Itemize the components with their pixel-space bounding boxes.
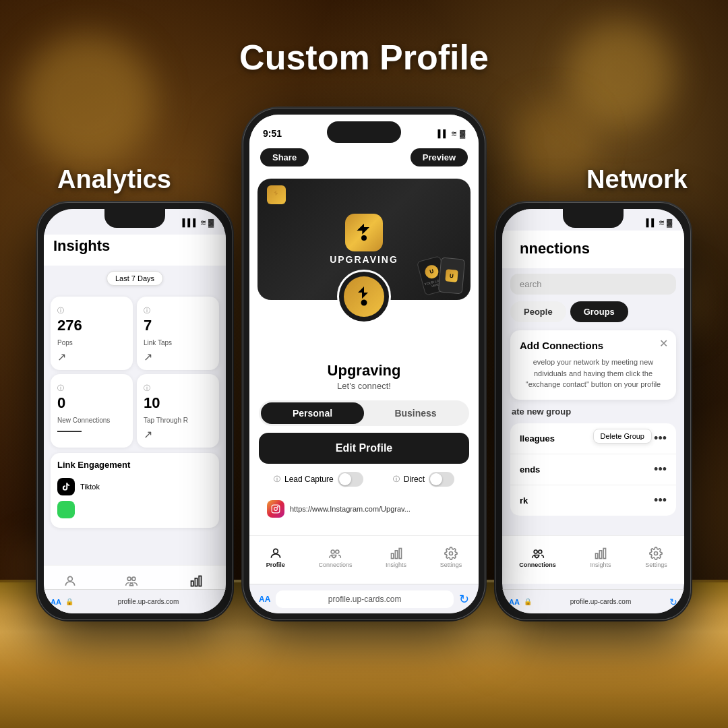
svg-rect-14	[391, 553, 393, 559]
right-safari-aa[interactable]: AA	[509, 598, 520, 606]
right-nav-insights[interactable]: Insights	[590, 547, 611, 568]
network-title: nnections	[510, 235, 676, 263]
colleagues-group-item: lleagues Delete Group •••	[510, 423, 676, 454]
personal-business-tabs: Personal Business	[259, 400, 469, 426]
signal-icon: ▌▌▌	[183, 218, 198, 226]
connections-title-text: nnections	[520, 240, 590, 257]
new-conn-label: New Connections	[57, 417, 110, 424]
center-toolbar: Share Preview	[249, 143, 479, 172]
add-connections-body: evelop your network by meeting new ndivi…	[520, 357, 667, 390]
search-bar[interactable]: earch	[510, 274, 676, 295]
share-button[interactable]: Share	[260, 148, 309, 166]
center-nav-insights[interactable]: Insights	[386, 547, 406, 568]
add-connections-title: Add Connections	[520, 340, 667, 351]
svg-rect-15	[395, 550, 397, 558]
colleagues-actions: Delete Group •••	[654, 431, 667, 446]
center-nav-connections[interactable]: Connections	[318, 547, 352, 568]
left-status-icons: ▌▌▌ ≋ ▓	[183, 218, 214, 227]
friends-dots-icon[interactable]: •••	[654, 462, 667, 477]
right-settings-label: Settings	[645, 562, 667, 568]
link-taps-chart: ↗	[144, 351, 212, 363]
center-wifi: ≋	[451, 129, 457, 138]
profile-card-container: UPGRAVING U YOUR LOGO HERE	[249, 179, 479, 300]
center-safari-bar: AA profile.up-cards.com ↻	[249, 584, 479, 613]
center-top-area: 9:51 ▌▌ ≋ ▓	[249, 115, 479, 143]
center-time: 9:51	[263, 128, 282, 139]
instagram-icon	[267, 500, 284, 518]
network-body: earch People Groups ✕ Add Connections ev…	[502, 268, 684, 521]
work-dots-icon[interactable]: •••	[654, 493, 667, 508]
nfc-icon: U	[423, 263, 439, 279]
analytics-label: Analytics	[57, 165, 171, 194]
center-profile-icon	[269, 547, 282, 560]
brand-name: UPGRAVING	[330, 254, 398, 265]
new-conn-card: ⓘ 0 New Connections	[51, 374, 133, 448]
tap-through-chart: ↗	[144, 428, 212, 441]
business-tab[interactable]: Business	[364, 402, 467, 424]
right-insights-label: Insights	[590, 562, 611, 568]
work-group-item: rk •••	[510, 485, 676, 516]
lead-capture-toggle[interactable]	[338, 472, 363, 487]
link-engagement-card: Link Engagement Tiktok	[51, 453, 219, 528]
link-taps-card: ⓘ 7 Link Taps ↗	[137, 297, 219, 370]
search-placeholder: earch	[520, 279, 542, 289]
right-nav-settings[interactable]: Settings	[645, 547, 667, 568]
center-connections-icon	[328, 547, 342, 560]
tiktok-icon	[57, 478, 75, 495]
groups-tab[interactable]: Groups	[570, 301, 628, 322]
green-link-icon	[57, 501, 75, 518]
lead-capture-label: Lead Capture	[284, 475, 334, 484]
svg-rect-8	[272, 505, 280, 513]
personal-tab[interactable]: Personal	[261, 402, 364, 424]
bokeh-3	[512, 101, 593, 182]
center-bottom-nav: Profile Connections Insights Settings	[249, 535, 479, 584]
svg-point-19	[538, 550, 541, 553]
center-signal: ▌▌	[437, 129, 448, 138]
left-lock-icon: 🔒	[65, 598, 73, 605]
edit-profile-button[interactable]: Edit Profile	[259, 433, 469, 464]
svg-point-9	[274, 508, 278, 511]
center-reload-icon[interactable]: ↻	[459, 592, 469, 607]
profile-bio: Let's connect!	[249, 381, 479, 391]
new-conn-value: 0	[57, 394, 126, 412]
date-pill-label[interactable]: Last 7 Days	[107, 271, 163, 286]
tap-through-card: ⓘ 10 Tap Through R ↗	[137, 374, 219, 448]
upgraving-logo: UPGRAVING	[330, 214, 398, 265]
preview-button[interactable]: Preview	[411, 148, 468, 166]
nfc-letter: U	[429, 268, 434, 275]
colleagues-dots-icon[interactable]: •••	[654, 431, 667, 446]
svg-point-1	[128, 577, 131, 580]
center-nav-settings[interactable]: Settings	[440, 547, 462, 568]
delete-group-button[interactable]: Delete Group	[593, 429, 652, 444]
nfc-card-2: U	[438, 257, 465, 295]
right-nav-connections[interactable]: Connections	[519, 547, 556, 568]
create-group-link[interactable]: ate new group	[502, 406, 684, 417]
pops-value: 276	[57, 317, 126, 334]
center-safari-aa[interactable]: AA	[259, 595, 270, 604]
date-filter[interactable]: Last 7 Days	[51, 271, 219, 291]
center-url-bar[interactable]: profile.up-cards.com	[276, 590, 454, 608]
nfc-cards: U YOUR LOGO HERE U	[421, 258, 464, 293]
right-lock-icon: 🔒	[524, 598, 532, 605]
people-tab[interactable]: People	[510, 301, 566, 322]
center-status-icons: ▌▌ ≋ ▓	[437, 128, 465, 139]
center-insights-label: Insights	[386, 562, 406, 568]
pops-label: Pops	[57, 339, 73, 346]
svg-rect-4	[195, 578, 197, 586]
center-nav-profile[interactable]: Profile	[266, 547, 285, 568]
insights-body: Last 7 Days ⓘ 276 Pops ↗ ⓘ 7 Link Taps ↗	[44, 266, 226, 533]
direct-info: ⓘ	[393, 475, 400, 484]
people-groups-tabs: People Groups	[510, 301, 676, 322]
close-icon[interactable]: ✕	[659, 337, 668, 350]
insights-title: Insights	[51, 235, 219, 260]
right-wifi: ≋	[659, 218, 665, 227]
link-engagement-title: Link Engagement	[57, 460, 212, 470]
left-safari-aa[interactable]: AA	[51, 598, 61, 606]
right-reload-icon[interactable]: ↻	[669, 597, 677, 607]
direct-toggle[interactable]	[429, 472, 454, 487]
right-insights-icon	[594, 547, 607, 560]
left-phone: 9:54 ▌▌▌ ≋ ▓ Insights Last 7 Days ⓘ 276 …	[37, 202, 233, 620]
right-signal: ▌▌	[646, 218, 657, 226]
tap-through-value: 10	[144, 394, 212, 412]
right-status-icons: ▌▌ ≋ ▓	[646, 218, 672, 227]
